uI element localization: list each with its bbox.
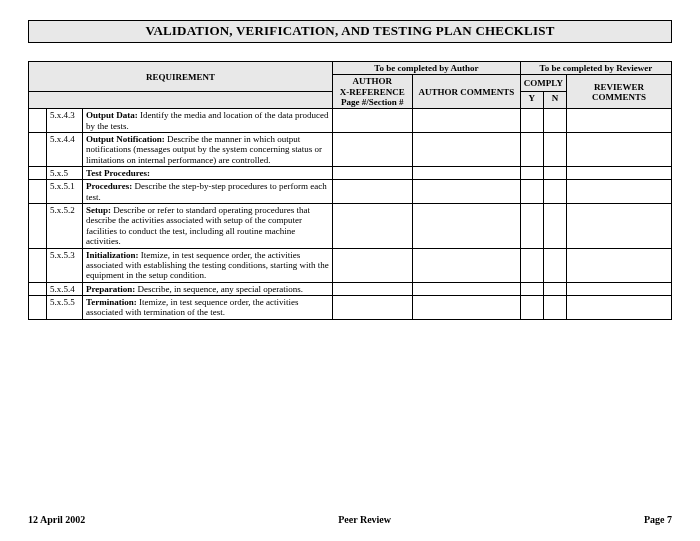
table-row: 5.x.5.4Preparation: Describe, in sequenc… [29, 282, 672, 295]
table-row: 5.x.4.3Output Data: Identify the media a… [29, 109, 672, 133]
row-rest: Describe or refer to standard operating … [86, 205, 310, 246]
row-checkbox-cell [29, 133, 47, 167]
row-author-comments [412, 204, 520, 248]
row-checkbox-cell [29, 204, 47, 248]
header-requirement-sub [29, 92, 333, 109]
row-checkbox-cell [29, 167, 47, 180]
row-number: 5.x.5.2 [47, 204, 83, 248]
row-xref [332, 295, 412, 319]
checklist-table: REQUIREMENT To be completed by Author To… [28, 61, 672, 320]
table-row: 5.x.5Test Procedures: [29, 167, 672, 180]
row-description: Termination: Itemize, in test sequence o… [83, 295, 333, 319]
row-comply-y [520, 295, 543, 319]
row-xref [332, 109, 412, 133]
header-xref-l3: Page #/Section # [341, 97, 404, 107]
row-comply-y [520, 180, 543, 204]
page-footer: 12 April 2002 Peer Review Page 7 [28, 514, 672, 525]
row-comply-y [520, 248, 543, 282]
header-author-section: To be completed by Author [332, 62, 520, 75]
row-description: Setup: Describe or refer to standard ope… [83, 204, 333, 248]
header-comply: COMPLY [520, 75, 566, 92]
table-row: 5.x.5.2Setup: Describe or refer to stand… [29, 204, 672, 248]
row-bold: Output Notification: [86, 134, 165, 144]
row-reviewer-comments [567, 167, 672, 180]
row-author-comments [412, 180, 520, 204]
row-author-comments [412, 295, 520, 319]
row-comply-n [543, 282, 566, 295]
header-xref: AUTHOR X-REFERENCE Page #/Section # [332, 75, 412, 109]
row-reviewer-comments [567, 295, 672, 319]
row-xref [332, 180, 412, 204]
row-bold: Test Procedures: [86, 168, 150, 178]
footer-page: Page 7 [644, 514, 672, 525]
row-number: 5.x.5.1 [47, 180, 83, 204]
row-reviewer-comments [567, 180, 672, 204]
row-comply-n [543, 180, 566, 204]
row-comply-y [520, 204, 543, 248]
row-checkbox-cell [29, 180, 47, 204]
row-description: Test Procedures: [83, 167, 333, 180]
row-xref [332, 204, 412, 248]
row-number: 5.x.5.3 [47, 248, 83, 282]
row-reviewer-comments [567, 109, 672, 133]
row-bold: Output Data: [86, 110, 138, 120]
row-xref [332, 282, 412, 295]
header-y: Y [520, 92, 543, 109]
row-xref [332, 167, 412, 180]
row-reviewer-comments [567, 133, 672, 167]
row-checkbox-cell [29, 248, 47, 282]
row-comply-n [543, 248, 566, 282]
header-rc-l1: REVIEWER [594, 82, 644, 92]
header-n: N [543, 92, 566, 109]
row-description: Output Data: Identify the media and loca… [83, 109, 333, 133]
row-comply-n [543, 295, 566, 319]
row-number: 5.x.5.4 [47, 282, 83, 295]
row-checkbox-cell [29, 295, 47, 319]
row-comply-y [520, 133, 543, 167]
header-xref-l1: AUTHOR [353, 76, 393, 86]
row-description: Output Notification: Describe the manner… [83, 133, 333, 167]
row-bold: Procedures: [86, 181, 132, 191]
header-rc-l2: COMMENTS [592, 92, 646, 102]
header-xref-l2: X-REFERENCE [340, 87, 405, 97]
row-comply-n [543, 133, 566, 167]
table-row: 5.x.4.4Output Notification: Describe the… [29, 133, 672, 167]
row-author-comments [412, 133, 520, 167]
row-number: 5.x.4.4 [47, 133, 83, 167]
row-author-comments [412, 109, 520, 133]
table-row: 5.x.5.3Initialization: Itemize, in test … [29, 248, 672, 282]
row-author-comments [412, 282, 520, 295]
row-comply-n [543, 204, 566, 248]
row-number: 5.x.4.3 [47, 109, 83, 133]
row-bold: Initialization: [86, 250, 139, 260]
row-number: 5.x.5 [47, 167, 83, 180]
table-row: 5.x.5.1Procedures: Describe the step-by-… [29, 180, 672, 204]
row-bold: Setup: [86, 205, 111, 215]
header-reviewer-comments: REVIEWER COMMENTS [567, 75, 672, 109]
page-title: VALIDATION, VERIFICATION, AND TESTING PL… [28, 20, 672, 43]
row-author-comments [412, 248, 520, 282]
row-description: Preparation: Describe, in sequence, any … [83, 282, 333, 295]
row-description: Procedures: Describe the step-by-step pr… [83, 180, 333, 204]
table-body: 5.x.4.3Output Data: Identify the media a… [29, 109, 672, 319]
row-xref [332, 133, 412, 167]
row-rest: Describe, in sequence, any special opera… [135, 284, 303, 294]
row-bold: Termination: [86, 297, 137, 307]
row-comply-y [520, 282, 543, 295]
footer-center: Peer Review [338, 514, 391, 525]
header-requirement: REQUIREMENT [29, 62, 333, 92]
row-xref [332, 248, 412, 282]
row-comply-n [543, 109, 566, 133]
header-reviewer-section: To be completed by Reviewer [520, 62, 671, 75]
row-bold: Preparation: [86, 284, 135, 294]
row-comply-y [520, 167, 543, 180]
row-checkbox-cell [29, 109, 47, 133]
row-comply-y [520, 109, 543, 133]
row-description: Initialization: Itemize, in test sequenc… [83, 248, 333, 282]
header-author-comments: AUTHOR COMMENTS [412, 75, 520, 109]
footer-date: 12 April 2002 [28, 514, 85, 525]
table-row: 5.x.5.5Termination: Itemize, in test seq… [29, 295, 672, 319]
row-reviewer-comments [567, 248, 672, 282]
row-author-comments [412, 167, 520, 180]
row-reviewer-comments [567, 204, 672, 248]
